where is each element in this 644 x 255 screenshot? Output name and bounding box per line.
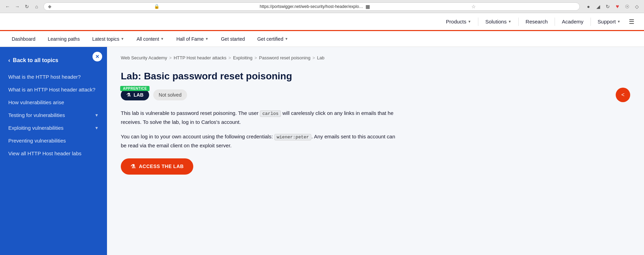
sidebar-item-http-host-attack[interactable]: What is an HTTP Host header attack? [0, 83, 107, 96]
extension-icon-1[interactable]: ● [585, 3, 592, 10]
nav-divider-2 [518, 18, 519, 26]
support-chevron: ▼ [617, 20, 621, 23]
get-certified-chevron: ▼ [285, 37, 288, 41]
browser-nav-buttons: ← → ↻ ⌂ [3, 2, 41, 11]
extension-icon-3[interactable]: ↻ [604, 3, 612, 10]
qr-icon: ▦ [365, 4, 469, 9]
sidebar: ✕ ‹ Back to all topics What is the HTTP … [0, 47, 107, 255]
home-button[interactable]: ⌂ [32, 2, 41, 11]
extension-icon-2[interactable]: ◢ [594, 3, 602, 10]
apprentice-badge: APPRENTICE [120, 86, 149, 91]
nav-products[interactable]: Products ▼ [442, 16, 475, 27]
nav-solutions[interactable]: Solutions ▼ [481, 16, 516, 27]
solutions-chevron: ▼ [508, 20, 511, 23]
breadcrumb: Web Security Academy > HTTP Host header … [121, 55, 630, 60]
secondary-navigation: Dashboard Learning paths Latest topics ▼… [0, 31, 644, 47]
sec-nav-hall-of-fame[interactable]: Hall of Fame ▼ [172, 31, 213, 47]
sidebar-item-view-all-labs[interactable]: View all HTTP Host header labs [0, 147, 107, 160]
lab-badge-row: APPRENTICE ⚗ LAB Not solved < [121, 89, 630, 100]
sec-nav-get-certified[interactable]: Get certified ▼ [252, 31, 293, 47]
breadcrumb-sep-2: > [228, 56, 231, 60]
lab-description-2: You can log in to your own account using… [121, 132, 397, 150]
hamburger-menu[interactable]: ☰ [626, 15, 637, 28]
sec-nav-all-content[interactable]: All content ▼ [132, 31, 169, 47]
nav-divider-1 [478, 18, 478, 26]
sidebar-close-button[interactable]: ✕ [92, 52, 102, 61]
back-arrow-icon: ‹ [8, 57, 10, 63]
breadcrumb-http-host[interactable]: HTTP Host header attacks [174, 55, 226, 60]
browser-chrome: ← → ↻ ⌂ ◆ 🔒 https://portswigger.net/web-… [0, 0, 644, 13]
back-button[interactable]: ← [3, 2, 12, 11]
refresh-button[interactable]: ↻ [23, 2, 31, 11]
breadcrumb-password-reset[interactable]: Password reset poisoning [259, 55, 311, 60]
share-button[interactable]: < [616, 88, 630, 102]
content-area: Web Security Academy > HTTP Host header … [107, 47, 644, 255]
top-navigation: Products ▼ Solutions ▼ Research Academy … [0, 13, 644, 31]
lock-icon: 🔒 [154, 4, 258, 9]
all-content-chevron: ▼ [160, 37, 164, 41]
extension-icon-5[interactable]: ☉ [623, 3, 631, 10]
nav-support[interactable]: Support ▼ [594, 16, 625, 27]
sec-nav-learning-paths[interactable]: Learning paths [43, 31, 85, 47]
address-bar[interactable]: ◆ 🔒 https://portswigger.net/web-security… [43, 2, 580, 11]
exploiting-chevron-icon: ▼ [95, 126, 99, 130]
sec-nav-get-started[interactable]: Get started [216, 31, 250, 47]
not-solved-badge[interactable]: Not solved [153, 89, 187, 100]
breadcrumb-sep-4: > [312, 56, 315, 60]
sidebar-item-http-host-header[interactable]: What is the HTTP host header? [0, 70, 107, 83]
testing-chevron-icon: ▼ [95, 113, 99, 118]
nav-academy[interactable]: Academy [558, 16, 588, 27]
access-lab-button[interactable]: ⚗ ACCESS THE LAB [121, 158, 193, 175]
sec-nav-dashboard[interactable]: Dashboard [7, 31, 40, 47]
shield-icon: ◆ [48, 4, 152, 9]
sidebar-item-preventing[interactable]: Preventing vulnerabilities [0, 134, 107, 147]
carlos-code: carlos [260, 110, 281, 117]
nav-research[interactable]: Research [521, 16, 552, 27]
breadcrumb-web-security[interactable]: Web Security Academy [121, 55, 167, 60]
access-lab-flask-icon: ⚗ [130, 163, 136, 170]
main-layout: ✕ ‹ Back to all topics What is the HTTP … [0, 47, 644, 255]
breadcrumb-sep-1: > [169, 56, 172, 60]
url-text: https://portswigger.net/web-security/hos… [260, 4, 364, 9]
extension-icon-4[interactable]: ♥ [614, 3, 621, 10]
latest-topics-chevron: ▼ [121, 37, 124, 41]
nav-divider-3 [555, 18, 555, 26]
lab-label: LAB [134, 92, 144, 98]
lab-pill: APPRENTICE ⚗ LAB [121, 89, 149, 100]
top-nav-items: Products ▼ Solutions ▼ Research Academy … [442, 15, 637, 28]
lab-title: Lab: Basic password reset poisoning [121, 70, 630, 82]
sec-nav-latest-topics[interactable]: Latest topics ▼ [87, 31, 129, 47]
breadcrumb-lab: Lab [317, 55, 324, 60]
sidebar-item-testing[interactable]: Testing for vulnerabilities ▼ [0, 109, 107, 121]
share-icon: < [621, 92, 624, 98]
flask-icon: ⚗ [126, 92, 131, 98]
sidebar-back-button[interactable]: ‹ Back to all topics [0, 54, 107, 70]
lab-description-1: This lab is vulnerable to password reset… [121, 109, 397, 127]
extension-icon-6[interactable]: ◇ [633, 3, 641, 10]
star-icon: ☆ [471, 4, 575, 9]
products-chevron: ▼ [468, 20, 471, 23]
breadcrumb-exploiting[interactable]: Exploiting [233, 55, 252, 60]
sidebar-item-exploiting[interactable]: Exploiting vulnerabilities ▼ [0, 121, 107, 134]
nav-divider-4 [591, 18, 591, 26]
breadcrumb-sep-3: > [255, 56, 257, 60]
browser-actions: ● ◢ ↻ ♥ ☉ ◇ [585, 3, 641, 10]
sidebar-item-how-vulnerabilities[interactable]: How vulnerabilities arise [0, 96, 107, 109]
credentials-code: wiener:peter [274, 134, 312, 140]
forward-button[interactable]: → [13, 2, 21, 11]
hall-of-fame-chevron: ▼ [205, 37, 208, 41]
